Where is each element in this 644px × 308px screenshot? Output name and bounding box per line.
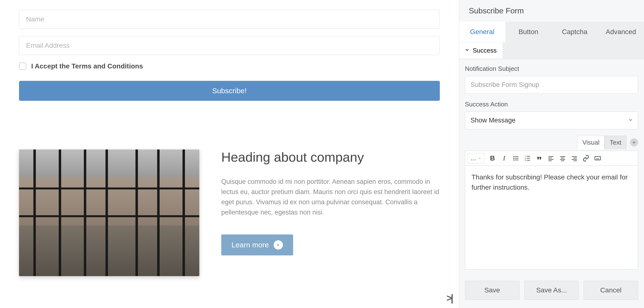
- company-text-block: Heading about company Quisque commodo id…: [221, 149, 440, 255]
- success-action-label: Success Action: [465, 101, 638, 108]
- svg-rect-24: [572, 159, 577, 160]
- terms-label: I Accept the Terms and Conditions: [31, 62, 143, 70]
- arrow-right-circle-icon: [274, 240, 283, 250]
- editor-tab-visual[interactable]: Visual: [577, 136, 604, 149]
- svg-rect-19: [561, 158, 564, 158]
- align-center-icon[interactable]: [557, 153, 568, 164]
- subscribe-button[interactable]: Subscribe!: [19, 81, 440, 101]
- svg-rect-23: [574, 158, 577, 158]
- panel-title: Subscribe Form: [459, 0, 644, 22]
- accordion-success-label: Success: [473, 47, 496, 54]
- svg-rect-3: [515, 156, 518, 157]
- success-action-select[interactable]: [465, 111, 638, 129]
- add-icon[interactable]: [630, 138, 638, 147]
- svg-rect-5: [515, 158, 518, 159]
- form-name-row: [19, 10, 440, 29]
- name-input[interactable]: [19, 10, 440, 29]
- paragraph-select-label: …: [470, 155, 476, 162]
- bullet-list-icon[interactable]: [510, 153, 521, 164]
- svg-text:3: 3: [524, 159, 526, 162]
- svg-rect-16: [548, 159, 554, 160]
- align-left-icon[interactable]: [546, 153, 556, 164]
- form-email-row: [19, 36, 440, 55]
- success-section: Notification Subject Success Action: [459, 59, 644, 134]
- svg-rect-9: [527, 156, 530, 157]
- numbered-list-icon[interactable]: 123: [522, 153, 533, 164]
- svg-point-6: [514, 159, 514, 161]
- panel-collapse-icon[interactable]: >|: [446, 293, 452, 304]
- svg-rect-13: [527, 160, 530, 160]
- bold-icon[interactable]: B: [487, 153, 498, 164]
- link-icon[interactable]: [581, 153, 591, 164]
- svg-rect-18: [560, 156, 565, 157]
- tab-button[interactable]: Button: [505, 22, 552, 42]
- notification-subject-label: Notification Subject: [465, 65, 638, 72]
- editor-mode-tabs: Visual Text: [465, 134, 638, 151]
- tab-advanced[interactable]: Advanced: [598, 22, 644, 42]
- editor-tab-text[interactable]: Text: [604, 136, 626, 149]
- svg-point-4: [514, 158, 514, 159]
- svg-rect-21: [561, 160, 564, 161]
- company-image: [19, 149, 199, 276]
- svg-rect-20: [560, 159, 565, 160]
- keyboard-icon[interactable]: [592, 153, 603, 164]
- caret-down-icon: [478, 157, 482, 160]
- learn-more-button[interactable]: Learn more: [221, 235, 293, 255]
- footer-buttons: Save Save As... Cancel: [459, 275, 644, 308]
- blockquote-icon[interactable]: [534, 153, 544, 164]
- terms-checkbox[interactable]: [19, 62, 26, 70]
- terms-row: I Accept the Terms and Conditions: [19, 62, 440, 70]
- svg-rect-14: [548, 156, 554, 157]
- tab-captcha[interactable]: Captcha: [552, 22, 598, 42]
- svg-rect-25: [574, 160, 577, 161]
- learn-more-label: Learn more: [232, 241, 269, 249]
- message-editor: Visual Text … B I 123: [459, 134, 644, 275]
- email-input[interactable]: [19, 36, 440, 55]
- company-paragraph: Quisque commodo id mi non porttitor. Aen…: [221, 177, 440, 217]
- panel-tabs: General Button Captcha Advanced: [459, 22, 644, 42]
- editor-content[interactable]: Thanks for subscribing! Please check you…: [465, 166, 638, 270]
- inspector-sidebar: Subscribe Form General Button Captcha Ad…: [459, 0, 644, 308]
- chevron-down-icon: [464, 47, 470, 54]
- svg-rect-17: [548, 160, 552, 161]
- align-right-icon[interactable]: [569, 153, 580, 164]
- paragraph-format-select[interactable]: …: [468, 153, 484, 163]
- svg-rect-11: [527, 158, 530, 159]
- svg-point-2: [514, 156, 514, 157]
- page-preview-canvas: I Accept the Terms and Conditions Subscr…: [0, 0, 459, 308]
- svg-rect-15: [548, 158, 552, 158]
- accordion-success[interactable]: Success: [459, 42, 503, 59]
- cancel-button[interactable]: Cancel: [584, 281, 638, 300]
- svg-rect-22: [572, 156, 577, 157]
- editor-toolbar: … B I 123: [465, 151, 638, 166]
- tab-general[interactable]: General: [459, 22, 505, 42]
- notification-subject-input[interactable]: [465, 76, 638, 94]
- company-heading: Heading about company: [221, 149, 440, 165]
- company-section: Heading about company Quisque commodo id…: [19, 149, 440, 276]
- save-button[interactable]: Save: [465, 281, 520, 300]
- italic-icon[interactable]: I: [499, 153, 510, 164]
- save-as-button[interactable]: Save As...: [524, 281, 579, 300]
- svg-rect-26: [595, 157, 600, 160]
- svg-rect-7: [515, 160, 518, 160]
